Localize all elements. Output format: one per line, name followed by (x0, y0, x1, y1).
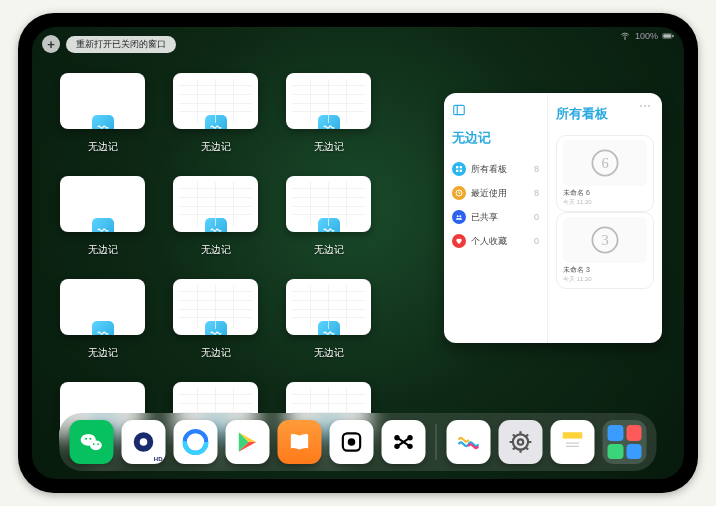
thumbnail-preview (60, 73, 145, 129)
svg-point-20 (89, 438, 91, 440)
freeform-app-icon (205, 115, 227, 129)
svg-rect-3 (672, 35, 673, 38)
dock-app-quark[interactable]: HD (122, 420, 166, 464)
dock-app-wechat[interactable] (70, 420, 114, 464)
clock-icon (452, 186, 466, 200)
freeform-app-icon (92, 321, 114, 335)
dock-app-freeform[interactable] (447, 420, 491, 464)
thumbnail-label: 无边记 (88, 243, 118, 257)
panel-more-icon[interactable]: ⋯ (639, 99, 652, 113)
board-time: 今天 11:20 (563, 198, 647, 207)
freeform-app-icon (92, 115, 114, 129)
thumbnail-preview (60, 176, 145, 232)
sidebar-item-count: 0 (534, 212, 539, 222)
dock-app-dice[interactable] (330, 420, 374, 464)
thumbnail-preview (173, 176, 258, 232)
freeform-expanded-window[interactable]: ⋯ 无边记 所有看板 8 最近使用 8 已共享 0 个人收藏 0 所有看板 6 … (444, 93, 662, 343)
svg-point-12 (459, 215, 461, 217)
thumbnail-label: 无边记 (314, 243, 344, 257)
thumbnail-label: 无边记 (201, 346, 231, 360)
dock: HD (60, 413, 657, 471)
dock-folder[interactable] (603, 420, 647, 464)
window-thumbnail[interactable]: 无边记 (286, 73, 371, 154)
top-left-controls: + 重新打开已关闭的窗口 (42, 35, 176, 53)
thumbnail-label: 无边记 (314, 346, 344, 360)
svg-point-36 (518, 439, 523, 444)
svg-rect-2 (663, 34, 671, 37)
reopen-closed-window-button[interactable]: 重新打开已关闭的窗口 (66, 36, 176, 53)
sidebar-item-label: 最近使用 (471, 187, 507, 200)
battery-icon (662, 31, 674, 41)
board-title: 未命名 6 (563, 188, 647, 198)
window-thumbnail[interactable]: 无边记 (60, 73, 145, 154)
svg-text:3: 3 (601, 232, 608, 248)
board-sketch: 6 (563, 140, 647, 186)
svg-rect-38 (563, 439, 583, 452)
sidebar-item-label: 所有看板 (471, 163, 507, 176)
board-title: 未命名 3 (563, 265, 647, 275)
thumbnail-label: 无边记 (201, 140, 231, 154)
panel-sidebar: 无边记 所有看板 8 最近使用 8 已共享 0 个人收藏 0 (444, 93, 548, 343)
panel-left-title: 无边记 (452, 129, 539, 147)
sidebar-item-clock[interactable]: 最近使用 8 (452, 181, 539, 205)
window-thumbnail-grid: 无边记 无边记 无边记 无边记 无边记 (60, 73, 420, 463)
folder-mini-app (608, 425, 624, 441)
thumbnail-label: 无边记 (314, 140, 344, 154)
sidebar-item-count: 0 (534, 236, 539, 246)
sidebar-item-label: 个人收藏 (471, 235, 507, 248)
sidebar-item-heart[interactable]: 个人收藏 0 (452, 229, 539, 253)
board-time: 今天 11:20 (563, 275, 647, 284)
svg-rect-6 (456, 166, 458, 168)
svg-rect-37 (563, 432, 583, 439)
folder-mini-app (626, 425, 642, 441)
window-thumbnail[interactable]: 无边记 (286, 279, 371, 360)
dock-app-settings[interactable] (499, 420, 543, 464)
new-window-button[interactable]: + (42, 35, 60, 53)
dock-app-qqbrowser[interactable] (174, 420, 218, 464)
board-card[interactable]: 3 未命名 3 今天 11:20 (556, 212, 654, 289)
freeform-app-icon (318, 218, 340, 232)
window-thumbnail[interactable]: 无边记 (173, 73, 258, 154)
window-thumbnail[interactable]: 无边记 (173, 176, 258, 257)
dock-app-notes[interactable] (551, 420, 595, 464)
sidebar-item-label: 已共享 (471, 211, 498, 224)
svg-point-21 (93, 443, 95, 445)
folder-mini-app (626, 444, 642, 460)
sidebar-item-grid[interactable]: 所有看板 8 (452, 157, 539, 181)
window-thumbnail[interactable]: 无边记 (286, 176, 371, 257)
dock-app-dots[interactable] (382, 420, 426, 464)
status-bar: 100% (619, 31, 674, 41)
board-sketch: 3 (563, 217, 647, 263)
dock-app-play[interactable] (226, 420, 270, 464)
share-icon (452, 210, 466, 224)
svg-point-22 (97, 443, 99, 445)
freeform-app-icon (205, 321, 227, 335)
sidebar-item-count: 8 (534, 188, 539, 198)
folder-mini-app (608, 444, 624, 460)
dock-separator (436, 424, 437, 460)
wifi-icon (619, 31, 631, 41)
thumbnail-label: 无边记 (201, 243, 231, 257)
window-thumbnail[interactable]: 无边记 (173, 279, 258, 360)
board-card[interactable]: 6 未命名 6 今天 11:20 (556, 135, 654, 212)
svg-rect-7 (460, 166, 462, 168)
panel-main: 所有看板 6 未命名 6 今天 11:20 3 未命名 3 今天 11:20 (548, 93, 662, 343)
svg-point-35 (513, 434, 528, 449)
freeform-app-icon (92, 218, 114, 232)
svg-point-18 (90, 440, 102, 450)
svg-rect-8 (456, 170, 458, 172)
sidebar-item-share[interactable]: 已共享 0 (452, 205, 539, 229)
svg-point-0 (625, 39, 626, 40)
thumbnail-preview (173, 279, 258, 335)
svg-rect-9 (460, 170, 462, 172)
window-thumbnail[interactable]: 无边记 (60, 176, 145, 257)
battery-pct: 100% (635, 31, 658, 41)
svg-point-28 (349, 439, 354, 444)
dock-app-books[interactable] (278, 420, 322, 464)
svg-point-24 (140, 438, 148, 446)
svg-text:6: 6 (601, 155, 608, 171)
heart-icon (452, 234, 466, 248)
svg-point-11 (457, 215, 459, 217)
sidebar-toggle-icon[interactable] (452, 103, 466, 117)
window-thumbnail[interactable]: 无边记 (60, 279, 145, 360)
